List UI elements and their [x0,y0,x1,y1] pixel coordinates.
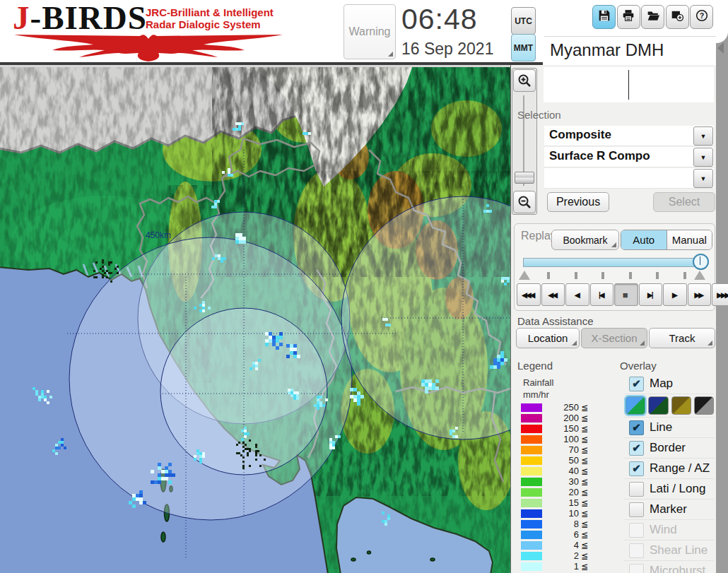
overlay-item-marker[interactable]: Marker [624,500,714,520]
collapse-panel-icon[interactable] [717,42,724,54]
logo-subtitle: JRC-Brilliant & Intelligent Radar Dialog… [146,6,274,30]
rewind-fast-button[interactable]: ◀◀◀ [517,283,541,306]
print-icon [622,9,635,25]
chevron-down-icon[interactable]: ▼ [693,169,713,188]
save-icon [598,9,611,25]
checkbox[interactable] [629,502,644,517]
map-style-swatch[interactable] [671,396,691,415]
track-button[interactable]: Track [649,328,715,348]
overlay-item-map[interactable]: ✔ Map [624,374,714,394]
play-button[interactable]: ▶ [663,283,687,306]
xsection-button[interactable]: X-Section [581,328,647,348]
dropdown-extra[interactable]: ▼ [544,168,714,189]
lte-symbol: ≦ [581,456,588,466]
overlay-item-label: Line [650,420,672,435]
slider-tick [601,272,604,279]
rewind-button[interactable]: ◀◀ [541,283,565,306]
bookmark-button[interactable]: Bookmark [551,230,619,250]
overlay-item-border[interactable]: ✔ Border [624,438,714,459]
open-folder-button[interactable] [641,5,664,29]
lte-symbol: ≦ [581,498,588,508]
lte-symbol: ≦ [581,562,588,572]
lte-symbol: ≦ [581,540,588,550]
warning-button[interactable]: Warning [344,4,396,59]
legend-color-swatch [521,467,542,475]
legend-row: 250 ≦ [521,402,588,413]
zoom-slider-handle[interactable] [515,172,534,184]
checkbox[interactable]: ✔ [629,441,644,456]
radar-map[interactable]: 450km [0,65,511,573]
legend-color-swatch [521,425,542,433]
replay-slider-handle[interactable] [693,254,709,270]
overlay-item-range-az[interactable]: ✔ Range / AZ [624,459,714,479]
forward-fast-button[interactable]: ▶▶▶ [712,283,728,306]
text-entry-box[interactable] [544,67,714,102]
manual-mode-button[interactable]: Manual [667,230,712,249]
stop-button[interactable]: ■ [614,283,638,306]
print-button[interactable] [617,5,640,29]
dropdown-composite[interactable]: Composite ▼ [544,126,714,146]
legend-row: 8 ≦ [521,519,588,529]
legend-value: 8 [542,519,579,529]
dropdown-product[interactable]: Surface R Compo ▼ [544,147,714,167]
checkbox [629,543,644,558]
replay-slider-track[interactable] [523,258,707,267]
range-start-marker[interactable] [519,271,530,280]
checkbox[interactable] [629,482,644,497]
map-style-swatch[interactable] [694,396,714,415]
overlay-item-line[interactable]: ✔ Line [624,418,714,438]
legend-color-swatch [521,435,542,444]
export-image-button[interactable] [666,5,689,29]
forward-button[interactable]: ▶▶ [688,283,712,306]
legend-color-swatch [521,478,542,486]
chevron-down-icon[interactable]: ▼ [693,126,713,146]
legend-color-swatch [521,414,542,423]
checkbox[interactable]: ✔ [629,461,644,476]
replay-group: Replay Bookmark Auto Manual ◀◀◀◀◀◀|◀■▶|▶… [514,223,715,311]
legend-color-swatch [521,541,542,550]
utc-button[interactable]: UTC [511,7,536,35]
legend-row: 40 ≦ [521,466,588,476]
range-end-marker[interactable] [694,271,705,280]
slider-tick [683,272,686,279]
legend-color-swatch [521,520,542,528]
legend-color-swatch [521,531,542,539]
range-label: 450km [146,230,171,240]
help-icon: ? [695,9,708,25]
save-button[interactable] [592,5,616,29]
legend-color-swatch [521,509,542,518]
location-button[interactable]: Location [516,328,580,348]
lte-symbol: ≦ [581,519,588,529]
legend-unit: Rainfall mm/hr [523,377,553,401]
checkbox[interactable]: ✔ [629,377,644,391]
legend-value: 10 [542,508,579,519]
lte-symbol: ≦ [581,551,588,561]
checkbox[interactable]: ✔ [629,420,644,435]
legend-color-swatch [521,446,542,454]
legend-value: 50 [542,455,579,466]
legend-color-swatch [521,403,542,412]
map-style-swatch[interactable] [648,396,668,415]
legend-value: 70 [542,444,579,455]
station-title: Myanmar DMH [544,40,664,60]
zoom-in-button[interactable] [513,69,536,92]
lte-symbol: ≦ [581,413,588,423]
legend-row: 70 ≦ [521,444,588,455]
step-last-button[interactable]: ▶| [639,283,663,306]
slider-tick [629,272,632,279]
step-first-button[interactable]: |◀ [590,283,614,306]
chevron-down-icon[interactable]: ▼ [693,148,713,167]
overlay-item-shear-line: Shear Line [624,540,714,561]
overlay-item-label: Border [650,441,686,455]
zoom-out-button[interactable] [513,191,536,213]
auto-mode-button[interactable]: Auto [621,230,667,249]
overlay-item-lati-long[interactable]: Lati / Long [624,479,714,500]
control-panel: Selection Composite ▼ Surface R Compo ▼ … [511,65,716,573]
map-style-swatch[interactable] [626,396,645,415]
mmt-button[interactable]: MMT [511,34,536,61]
play-reverse-button[interactable]: ◀ [565,283,589,306]
map-style-swatches [624,394,714,418]
help-button[interactable]: ? [690,5,713,29]
select-button[interactable]: Select [653,192,715,212]
previous-button[interactable]: Previous [547,192,609,212]
